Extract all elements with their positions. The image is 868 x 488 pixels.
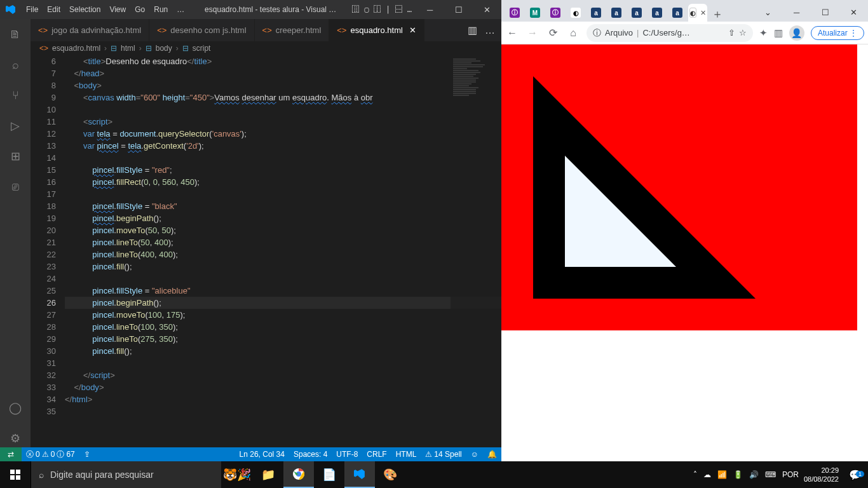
more-actions-icon[interactable]: … [485,25,495,36]
menu-file[interactable]: File [22,5,43,14]
browser-tab[interactable]: ⓘ [546,4,565,22]
system-tray[interactable]: ˄ ☁ 📶 🔋 🔊 ⌨ POR [693,470,804,479]
status-spell[interactable]: ⚠ 14 Spell [421,450,466,459]
start-button[interactable] [0,461,31,488]
browser-tab[interactable]: a [648,4,667,22]
account-icon[interactable]: ◯ [6,399,24,417]
menu-more[interactable]: … [172,5,189,14]
status-bar: ⇄ ⓧ 0 ⚠ 0 ⓘ 67 ⇪ Ln 26, Col 34 Spaces: 4… [0,447,501,461]
tab-creeper[interactable]: <>creeper.html [255,19,330,41]
status-bell[interactable]: 🔔 [483,450,501,459]
taskbar-word[interactable]: 📄 [314,461,344,488]
tray-volume-icon[interactable]: 🔊 [749,470,759,479]
search-icon: ⌕ [39,470,44,480]
star-icon[interactable]: ☆ [739,28,747,37]
close-button[interactable]: ✕ [473,0,501,19]
extensions-icon[interactable]: ⊞ [6,147,24,165]
home-button[interactable]: ⌂ [566,27,580,39]
windows-taskbar: ⌕ Digite aqui para pesquisar 🐯🎉 📁 📄 🎨 ˄ … [0,461,868,488]
layout-controls[interactable]: ⿲ ▢ ⿰ | ⿱ … [352,5,416,14]
forward-button[interactable]: → [526,27,539,39]
status-encoding[interactable]: UTF-8 [332,450,362,459]
taskbar-chrome[interactable] [283,461,314,488]
taskbar-explorer[interactable]: 📁 [253,461,283,488]
status-feedback[interactable]: ☺ [466,450,483,459]
tray-onedrive-icon[interactable]: ☁ [703,470,711,479]
browser-maximize-button[interactable]: ☐ [811,3,839,22]
tray-wifi-icon[interactable]: 📶 [717,470,727,479]
status-lang[interactable]: HTML [391,450,421,459]
svg-rect-2 [10,475,15,480]
search-icon[interactable]: ⌕ [6,56,24,74]
canvas-output [501,44,857,330]
status-problems[interactable]: ⓧ 0 ⚠ 0 ⓘ 67 [22,449,79,460]
vscode-logo-icon [0,4,22,15]
menu-run[interactable]: Run [149,5,172,14]
remote-button[interactable]: ⇄ [0,447,22,461]
status-port[interactable]: ⇪ [79,450,95,459]
status-spaces[interactable]: Spaces: 4 [289,450,332,459]
remote-icon[interactable]: ⎚ [6,178,24,196]
menu-view[interactable]: View [105,5,130,14]
maximize-button[interactable]: ☐ [444,0,473,19]
close-icon[interactable]: ✕ [409,25,416,35]
taskbar-widget[interactable]: 🐯🎉 [221,468,253,482]
explorer-icon[interactable]: 🗎 [6,25,24,43]
browser-tabstrip: ⓘMⓘ◐aaaaa ◐✕ ＋ ⌄ ─ ☐ ✕ [501,0,868,22]
notification-button[interactable]: 💬1 [843,469,868,481]
svg-rect-0 [10,470,15,474]
browser-tab[interactable]: a [668,4,687,22]
activity-bar: 🗎 ⌕ ⑂ ▷ ⊞ ⎚ ◯ ⚙ [0,19,31,447]
menu-edit[interactable]: Edit [43,5,65,14]
taskbar-clock[interactable]: 20:2908/08/2022 [804,466,843,484]
share-icon[interactable]: ⇧ [728,28,735,37]
status-eol[interactable]: CRLF [362,450,391,459]
taskbar-vscode[interactable] [344,461,375,488]
browser-toolbar: ← → ⟳ ⌂ ⓘ Arquivo | C:/Users/g… ⇧ ☆ ✦ ▥ … [501,22,868,44]
source-control-icon[interactable]: ⑂ [6,86,24,104]
line-gutter: 6789101112131415161718192021222324252627… [31,55,65,447]
browser-tab[interactable]: a [587,4,606,22]
update-button[interactable]: Atualizar ⋮ [811,26,864,40]
new-tab-button[interactable]: ＋ [709,6,726,22]
tab-jogo[interactable]: <>jogo da advinhação.html [31,19,149,41]
menu-selection[interactable]: Selection [65,5,105,14]
code-editor[interactable]: 6789101112131415161718192021222324252627… [31,55,501,447]
close-icon[interactable]: ✕ [700,9,706,17]
sidepanel-icon[interactable]: ▥ [774,27,783,39]
browser-dropdown-icon[interactable]: ⌄ [754,3,782,22]
settings-icon[interactable]: ⚙ [6,430,24,447]
taskbar-search[interactable]: ⌕ Digite aqui para pesquisar [31,461,221,488]
menu-go[interactable]: Go [130,5,149,14]
browser-tab[interactable]: ◐ [566,4,585,22]
tray-chevron-icon[interactable]: ˄ [693,470,697,479]
tray-keyboard-icon[interactable]: ⌨ [765,470,776,479]
address-bar[interactable]: ⓘ Arquivo | C:/Users/g… ⇧ ☆ [587,24,753,42]
browser-tab[interactable]: a [607,4,626,22]
minimap[interactable] [451,55,501,447]
menu-bar: File Edit Selection View Go Run … [22,5,189,14]
taskbar-paint[interactable]: 🎨 [375,461,405,488]
code-content[interactable]: <title>Desenho de esquadro</title> </hea… [65,55,501,447]
browser-tab[interactable]: ⓘ [505,4,524,22]
minimize-button[interactable]: ─ [416,0,444,19]
tray-language[interactable]: POR [782,470,799,479]
run-debug-icon[interactable]: ▷ [6,117,24,135]
html-file-icon: <> [39,44,48,53]
browser-minimize-button[interactable]: ─ [782,3,811,22]
breadcrumb[interactable]: <> esquadro.html› ⊟html› ⊟body› ⊟script [31,41,501,55]
tray-battery-icon[interactable]: 🔋 [733,470,743,479]
profile-avatar[interactable]: 👤 [789,25,804,41]
svg-rect-3 [16,475,20,480]
reload-button[interactable]: ⟳ [546,27,560,39]
back-button[interactable]: ← [505,27,519,39]
status-lncol[interactable]: Ln 26, Col 34 [235,450,289,459]
tab-esquadro[interactable]: <>esquadro.html✕ [329,19,424,41]
browser-tab-active[interactable]: ◐✕ [688,4,707,22]
browser-tab[interactable]: a [627,4,646,22]
browser-tab[interactable]: M [526,4,545,22]
tab-desenho[interactable]: <>desenho com js.html [149,19,254,41]
browser-close-button[interactable]: ✕ [839,3,868,22]
split-editor-icon[interactable]: ▥ [468,24,477,36]
extensions-puzzle-icon[interactable]: ✦ [759,27,768,39]
